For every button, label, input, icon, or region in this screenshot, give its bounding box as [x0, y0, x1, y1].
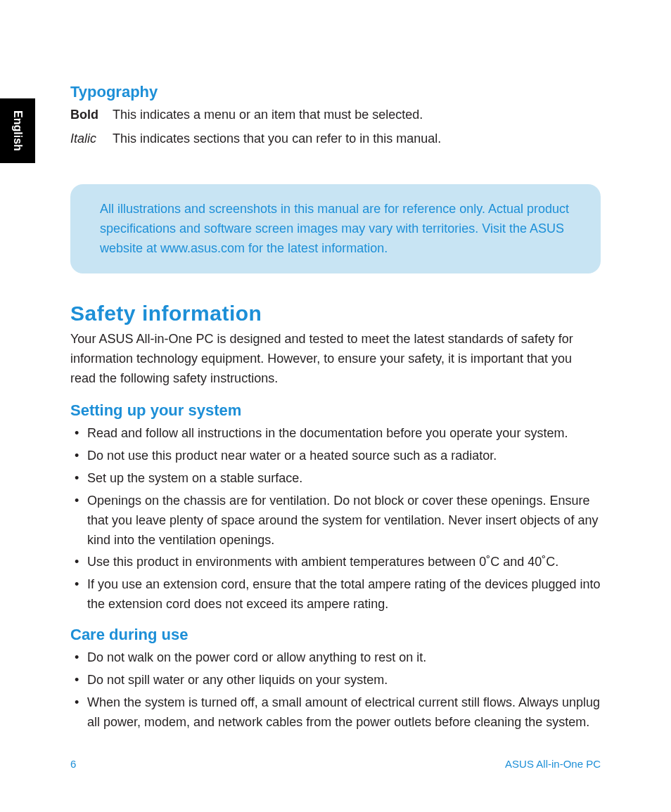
list-item: Do not use this product near water or a … — [70, 446, 601, 466]
list-item: If you use an extension cord, ensure tha… — [70, 575, 601, 614]
note-box: All illustrations and screenshots in thi… — [70, 184, 601, 274]
list-item: When the system is turned off, a small a… — [70, 693, 601, 733]
care-heading: Care during use — [70, 626, 601, 644]
page-footer: 6 ASUS All-in-One PC — [70, 758, 601, 770]
page-content: Typography Bold This indicates a menu or… — [70, 83, 601, 744]
typography-heading: Typography — [70, 83, 601, 101]
typo-label-italic: Italic — [70, 129, 113, 149]
list-item: Do not walk on the power cord or allow a… — [70, 648, 601, 668]
typography-row-italic: Italic This indicates sections that you … — [70, 129, 601, 149]
setup-list: Read and follow all instructions in the … — [70, 424, 601, 614]
care-list: Do not walk on the power cord or allow a… — [70, 648, 601, 733]
safety-intro: Your ASUS All-in-One PC is designed and … — [70, 330, 601, 389]
safety-heading: Safety information — [70, 302, 601, 326]
product-name: ASUS All-in-One PC — [505, 758, 601, 770]
language-tab: English — [0, 98, 35, 163]
list-item: Set up the system on a stable surface. — [70, 469, 601, 489]
list-item: Openings on the chassis are for ventilat… — [70, 491, 601, 550]
language-label: English — [11, 110, 24, 151]
typo-desc-italic: This indicates sections that you can ref… — [113, 129, 441, 149]
list-item: Use this product in environments with am… — [70, 553, 601, 572]
typo-desc-bold: This indicates a menu or an item that mu… — [113, 105, 423, 125]
page-number: 6 — [70, 758, 76, 770]
list-item: Do not spill water or any other liquids … — [70, 671, 601, 690]
list-item: Read and follow all instructions in the … — [70, 424, 601, 444]
typography-row-bold: Bold This indicates a menu or an item th… — [70, 105, 601, 125]
setup-heading: Setting up your system — [70, 401, 601, 420]
typo-label-bold: Bold — [70, 105, 113, 125]
